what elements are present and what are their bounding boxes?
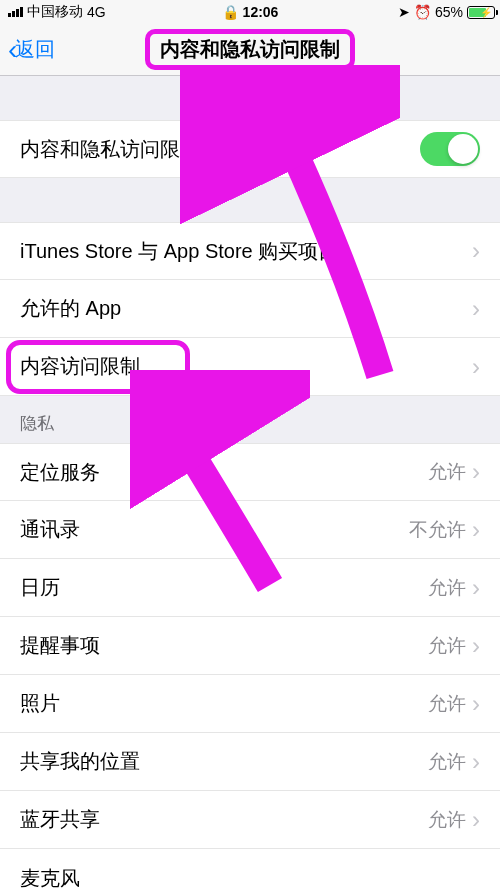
carrier-label: 中国移动 bbox=[27, 3, 83, 21]
row-label: 内容访问限制 bbox=[20, 353, 466, 380]
row-value: 允许 bbox=[428, 633, 466, 659]
location-services-row[interactable]: 定位服务 允许 › bbox=[0, 443, 500, 501]
back-label: 返回 bbox=[15, 36, 55, 63]
privacy-section-header: 隐私 bbox=[0, 396, 500, 443]
battery-icon: ⚡ bbox=[467, 6, 492, 19]
content-restriction-row[interactable]: 内容访问限制 › bbox=[0, 338, 500, 396]
network-label: 4G bbox=[87, 4, 106, 20]
chevron-right-icon: › bbox=[472, 353, 480, 381]
share-location-row[interactable]: 共享我的位置 允许 › bbox=[0, 733, 500, 791]
row-label: iTunes Store 与 App Store 购买项目 bbox=[20, 238, 466, 265]
row-value: 不允许 bbox=[409, 517, 466, 543]
time-label: 12:06 bbox=[243, 4, 279, 20]
chevron-right-icon: › bbox=[472, 632, 480, 660]
row-label: 共享我的位置 bbox=[20, 748, 428, 775]
content-privacy-toggle-row: 内容和隐私访问限制 bbox=[0, 120, 500, 178]
reminders-row[interactable]: 提醒事项 允许 › bbox=[0, 617, 500, 675]
row-label: 麦克风 bbox=[20, 865, 480, 890]
signal-icon bbox=[8, 7, 23, 17]
chevron-right-icon: › bbox=[472, 516, 480, 544]
row-label: 定位服务 bbox=[20, 459, 428, 486]
row-value: 允许 bbox=[428, 749, 466, 775]
alarm-icon: ⏰ bbox=[414, 4, 431, 20]
battery-label: 65% bbox=[435, 4, 463, 20]
toggle-label: 内容和隐私访问限制 bbox=[20, 136, 420, 163]
microphone-row[interactable]: 麦克风 bbox=[0, 849, 500, 889]
chevron-right-icon: › bbox=[472, 748, 480, 776]
row-value: 允许 bbox=[428, 575, 466, 601]
chevron-right-icon: › bbox=[472, 574, 480, 602]
row-label: 日历 bbox=[20, 574, 428, 601]
row-label: 蓝牙共享 bbox=[20, 806, 428, 833]
status-bar: 中国移动 4G 🔒 12:06 ➤ ⏰ 65% ⚡ bbox=[0, 0, 500, 24]
lock-icon: 🔒 bbox=[222, 4, 239, 20]
bluetooth-sharing-row[interactable]: 蓝牙共享 允许 › bbox=[0, 791, 500, 849]
calendar-row[interactable]: 日历 允许 › bbox=[0, 559, 500, 617]
chevron-right-icon: › bbox=[472, 295, 480, 323]
row-value: 允许 bbox=[428, 807, 466, 833]
row-value: 允许 bbox=[428, 691, 466, 717]
chevron-right-icon: › bbox=[472, 458, 480, 486]
photos-row[interactable]: 照片 允许 › bbox=[0, 675, 500, 733]
back-button[interactable]: ‹ 返回 bbox=[8, 36, 55, 64]
allowed-apps-row[interactable]: 允许的 App › bbox=[0, 280, 500, 338]
contacts-row[interactable]: 通讯录 不允许 › bbox=[0, 501, 500, 559]
chevron-right-icon: › bbox=[472, 690, 480, 718]
chevron-right-icon: › bbox=[472, 237, 480, 265]
row-label: 通讯录 bbox=[20, 516, 409, 543]
content-privacy-switch[interactable] bbox=[420, 132, 480, 166]
row-value: 允许 bbox=[428, 459, 466, 485]
location-icon: ➤ bbox=[398, 4, 410, 20]
chevron-right-icon: › bbox=[472, 806, 480, 834]
itunes-appstore-row[interactable]: iTunes Store 与 App Store 购买项目 › bbox=[0, 222, 500, 280]
row-label: 照片 bbox=[20, 690, 428, 717]
row-label: 提醒事项 bbox=[20, 632, 428, 659]
row-label: 允许的 App bbox=[20, 295, 466, 322]
page-title: 内容和隐私访问限制 bbox=[145, 29, 355, 70]
nav-bar: ‹ 返回 内容和隐私访问限制 bbox=[0, 24, 500, 76]
